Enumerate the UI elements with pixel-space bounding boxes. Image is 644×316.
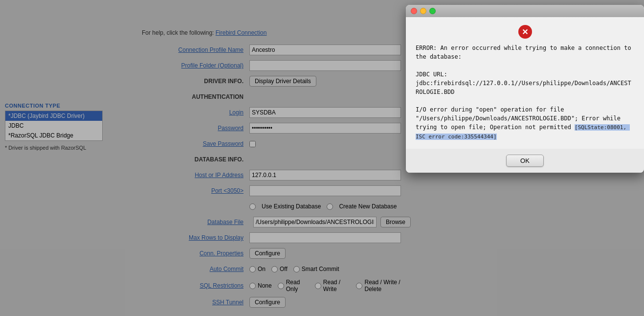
dialog-footer: OK xyxy=(406,149,644,173)
error-icon: ✕ xyxy=(518,25,532,39)
error-highlight: [SQLState:08001, ISC error code:33554434… xyxy=(416,124,630,140)
error-message: ERROR: An error occurred while trying to… xyxy=(416,44,634,141)
close-button[interactable] xyxy=(411,8,417,14)
error-dialog: ✕ ERROR: An error occurred while trying … xyxy=(406,5,644,173)
dialog-body: ✕ ERROR: An error occurred while trying … xyxy=(406,17,644,149)
maximize-button[interactable] xyxy=(429,8,436,14)
dialog-titlebar xyxy=(406,5,644,17)
ok-button[interactable]: OK xyxy=(506,155,544,167)
dialog-overlay: ✕ ERROR: An error occurred while trying … xyxy=(0,0,644,316)
error-icon-container: ✕ xyxy=(416,25,634,39)
minimize-button[interactable] xyxy=(420,8,426,14)
